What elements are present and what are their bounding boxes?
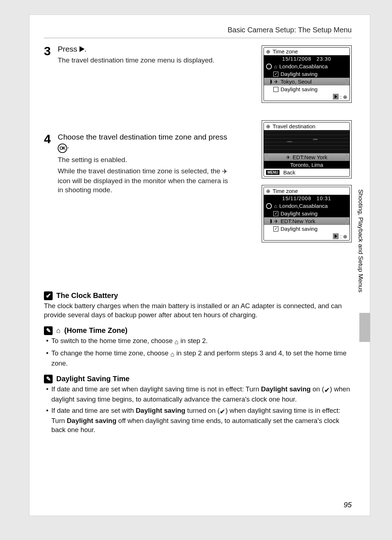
notes-section: ✔ The Clock Battery The clock battery ch… xyxy=(44,291,352,435)
check-icon: ✔ xyxy=(220,407,225,416)
globe-icon: ⊕ xyxy=(266,49,270,55)
home-icon: ⌂ xyxy=(274,64,277,69)
divider xyxy=(44,38,352,38)
world-map-image xyxy=(264,130,350,153)
step-number: 3 xyxy=(44,45,53,57)
checked-box-icon: ✓ xyxy=(273,72,278,77)
checked-box-icon: ✓ xyxy=(273,226,278,231)
bullet-icon: • xyxy=(46,337,48,347)
step-description: The setting is enabled. While the travel… xyxy=(58,155,228,195)
screen-timezone-2: ⊕Time zone 15/11/2008 10:31 ⌂London,Casa… xyxy=(262,185,352,242)
pencil-badge-icon: ✎ xyxy=(44,326,53,335)
side-tab xyxy=(359,313,370,342)
screen-travel-destination: ⊕Travel destination ✈EDT:New York Toront… xyxy=(262,120,352,178)
note-daylight-saving: ✎ Daylight Saving Time • If date and tim… xyxy=(44,375,352,435)
radio-selected-icon xyxy=(266,218,272,224)
side-chapter-label: Shooting, Playback and Setup Menus xyxy=(357,189,364,293)
checked-box-icon: ✓ xyxy=(273,211,278,216)
empty-box-icon xyxy=(273,87,278,92)
play-nav-icon xyxy=(333,233,339,239)
pencil-badge-icon: ✎ xyxy=(44,375,53,383)
globe-icon: ⊕ xyxy=(266,124,270,129)
note-clock-battery: ✔ The Clock Battery The clock battery ch… xyxy=(44,291,352,320)
step-body: Choose the travel destination time zone … xyxy=(58,133,228,197)
check-badge-icon: ✔ xyxy=(44,291,53,300)
bullet-icon: • xyxy=(46,349,48,368)
page-header: Basic Camera Setup: The Setup Menu xyxy=(44,26,352,34)
bullet-icon: • xyxy=(46,406,48,435)
ok-button-icon: OK xyxy=(58,144,67,153)
menu-pill-icon: MENU xyxy=(266,170,279,175)
globe-icon: ⊕ xyxy=(266,188,270,194)
check-icon: ✔ xyxy=(324,386,330,395)
radio-empty-icon xyxy=(266,64,272,69)
home-icon: ⌂ xyxy=(171,350,175,359)
note-home-timezone: ✎ ⌂ (Home Time Zone) • To switch to the … xyxy=(44,326,352,368)
plane-icon: ✈ xyxy=(274,218,278,224)
globe-small-icon: ⊕ xyxy=(343,94,347,100)
play-nav-icon xyxy=(333,94,339,100)
radio-selected-icon xyxy=(266,79,272,85)
screen-timezone-1: ⊕Time zone 15/11/2008 23:30 ⌂London,Casa… xyxy=(262,45,352,103)
plane-icon: ✈ xyxy=(274,79,278,85)
step-title: Choose the travel destination time zone … xyxy=(58,133,228,153)
globe-small-icon: ⊕ xyxy=(343,234,347,239)
manual-page: Basic Camera Setup: The Setup Menu 3 Pre… xyxy=(29,15,370,516)
step-number: 4 xyxy=(44,133,53,145)
home-icon: ⌂ xyxy=(56,326,61,335)
home-icon: ⌂ xyxy=(274,203,277,209)
plane-icon: ✈ xyxy=(222,167,228,176)
page-number: 95 xyxy=(344,501,352,509)
right-arrow-icon xyxy=(79,46,85,52)
home-icon: ⌂ xyxy=(175,338,179,347)
bullet-icon: • xyxy=(46,385,48,404)
plane-icon: ✈ xyxy=(286,154,290,160)
radio-empty-icon xyxy=(266,203,272,209)
